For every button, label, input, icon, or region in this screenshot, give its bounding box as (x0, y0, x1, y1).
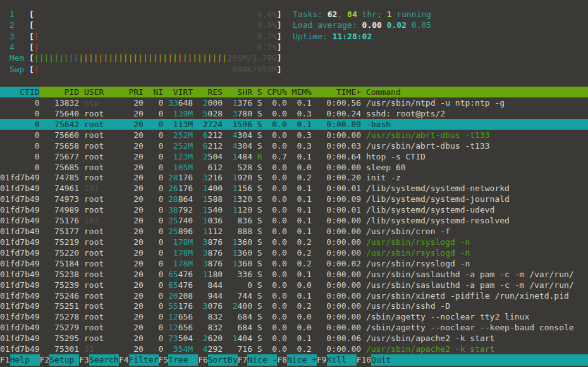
pid-value: 75246 (54, 291, 79, 301)
pid-value: 74989 (54, 205, 79, 215)
meter-label: 4 (9, 42, 29, 53)
fn-f1-help[interactable]: F1Help (0, 354, 40, 366)
cell-user: root (84, 162, 128, 173)
mem-value: 0.2 (297, 173, 311, 182)
process-row-74785[interactable]: 01fd7b4974785root2002817632161920S0.00.2… (0, 172, 588, 183)
cell-shr: 1920 (228, 172, 252, 183)
process-row-75677[interactable]: 075677root200123M25041484R0.70.10:00.64h… (0, 151, 588, 162)
cell-pid: 74973 (44, 194, 79, 204)
fn-f8-nice[interactable]: F8Nice + (277, 354, 317, 366)
cell-pid: 75238 (44, 269, 79, 280)
state-flag: S (257, 98, 262, 108)
process-row-74961[interactable]: 01fd7b49749611012002617614001156S0.00.10… (0, 183, 588, 194)
fn-key-label: Nice + (287, 354, 317, 366)
process-row-75685[interactable]: 075685root200105M612528S0.00.00:00.00sle… (0, 162, 588, 173)
num-part: 4 (233, 141, 238, 151)
state-flag: S (257, 301, 262, 311)
meter-bar-segment-red: | (34, 31, 39, 42)
process-row-75640[interactable]: 075640root200139M50283780S0.00.30:00.24s… (0, 108, 588, 119)
pid-value: 75660 (54, 130, 79, 140)
cell-ni: 0 (149, 301, 163, 311)
fn-f2-setup[interactable]: F2Setup (40, 354, 80, 366)
fn-f9-kill[interactable]: F9Kill (317, 354, 357, 366)
column-header-res[interactable]: RES (198, 87, 223, 97)
cell-time: 0:00.56 (317, 97, 361, 108)
fn-f7-nice[interactable]: F7Nice - (238, 354, 278, 366)
num-part: 65 (168, 270, 178, 279)
num-part: 684 (238, 323, 252, 332)
cell-s: S (257, 333, 262, 344)
cell-res: 4292 (198, 344, 223, 354)
fn-f6-sortby[interactable]: F6SortBy (198, 354, 238, 366)
process-row-75251[interactable]: 01fd7b4975251root2005517630762400S0.00.2… (0, 301, 588, 311)
column-header-cpu[interactable]: CPU% (267, 87, 286, 97)
process-row-75279[interactable]: 01fd7b4975279root20012656832684S0.00.00:… (0, 322, 588, 333)
process-row-75295[interactable]: 01fd7b4975295root2007350426201404S0.00.1… (0, 333, 588, 344)
process-row-75220[interactable]: 01fd7b4975220root200178M38761360S0.00.20… (0, 247, 588, 258)
ni-value: 0 (158, 280, 163, 290)
fn-f10-quit[interactable]: F10Quit (357, 354, 588, 366)
state-flag: S (257, 291, 262, 301)
process-row-75660[interactable]: 075660root200252M62124304S0.00.30:00.00/… (0, 130, 588, 140)
column-header-ctid[interactable]: CTID (0, 87, 40, 97)
mem-value: 0.1 (297, 184, 311, 193)
process-row-75642[interactable]: 075642root200113M27241596S0.00.10:00.09-… (0, 119, 588, 130)
info-segment: 62 (328, 9, 338, 19)
num-part: 55 (168, 301, 178, 311)
cell-res: 1588 (198, 194, 223, 204)
mem-value: 0.0 (297, 312, 311, 321)
column-header-shr[interactable]: SHR (228, 87, 252, 97)
fn-key-label: Quit (371, 354, 588, 366)
cell-pri: 20 (128, 204, 143, 215)
process-row-75278[interactable]: 01fd7b4975278root20012656832684S0.00.00:… (0, 311, 588, 322)
column-header-pri[interactable]: PRI (128, 87, 143, 97)
num-part: 2 (203, 152, 208, 161)
process-row-13832[interactable]: 013832ntp2003364820001376S0.00.10:00.56/… (0, 97, 588, 108)
process-row-75658[interactable]: 075658root200252M62124304S0.00.30:00.03/… (0, 140, 588, 151)
state-flag: S (257, 205, 262, 215)
time-value: 0:00.06 (326, 333, 361, 343)
fn-f4-filter[interactable]: F4Filter (119, 354, 159, 366)
column-header-time[interactable]: TIME+ (317, 87, 361, 97)
process-row-74989[interactable]: 01fd7b4974989root2003879215401120S0.00.1… (0, 204, 588, 215)
process-row-75176[interactable]: 01fd7b4975176102200257401036836S0.00.10:… (0, 215, 588, 226)
cell-s: S (257, 108, 262, 119)
column-header-ni[interactable]: NI (149, 87, 163, 97)
num-part: 684 (238, 312, 252, 321)
process-row-75184[interactable]: 01fd7b4975184root200178M38761360S0.00.20… (0, 258, 588, 269)
num-part: 354M (173, 344, 193, 354)
command-text: /usr/sbin/rsyslogd -n (366, 248, 470, 258)
cell-time: 0:00.20 (317, 172, 361, 183)
column-header-mem[interactable]: MEM% (292, 87, 312, 97)
process-row-75238[interactable]: 01fd7b4975238root200654761180336S0.00.10… (0, 269, 588, 280)
pid-value: 75176 (54, 216, 79, 225)
command-text: /usr/sbin/xinetd -pidfile /run/xinetd.pi… (366, 291, 569, 301)
cell-shr: 336 (228, 269, 252, 280)
column-header-command[interactable]: Command (366, 87, 588, 97)
column-header-virt[interactable]: VIRT (168, 87, 193, 97)
cell-cpu: 0.0 (267, 119, 286, 130)
cell-res: 1180 (198, 269, 223, 280)
process-row-75301[interactable]: 01fd7b497530133200354M4292716S0.00.20:00… (0, 344, 588, 354)
process-row-75239[interactable]: 01fd7b4975239root200654768440S0.00.00:00… (0, 280, 588, 290)
fn-f5-tree[interactable]: F5Tree (159, 354, 199, 366)
pri-value: 20 (133, 280, 144, 290)
num-part: 178M (173, 237, 193, 247)
column-header-user[interactable]: USER (84, 87, 128, 97)
fn-f3-search[interactable]: F3Search (79, 354, 119, 366)
process-row-75219[interactable]: 01fd7b4975219root200178M38761360S0.00.20… (0, 237, 588, 247)
column-header-pid[interactable]: PID (44, 87, 79, 97)
cell-virt: 354M (168, 344, 193, 354)
num-part: 036 (208, 216, 223, 225)
column-header-s[interactable]: S (257, 87, 262, 97)
process-row-75246[interactable]: 01fd7b4975246root20020208944744S0.00.10:… (0, 290, 588, 301)
num-part: 476 (178, 280, 193, 290)
user-name: root (84, 109, 104, 118)
cell-ni: 0 (149, 140, 163, 151)
meter-open-bracket: [ (29, 9, 34, 20)
num-part: 844 (208, 280, 223, 290)
process-row-75177[interactable]: 01fd7b4975177root200258961112888S0.00.10… (0, 226, 588, 237)
cell-virt: 20208 (168, 290, 193, 301)
cell-shr: 684 (228, 322, 252, 333)
process-row-74973[interactable]: 01fd7b4974973root2002886415881320S0.00.1… (0, 194, 588, 204)
